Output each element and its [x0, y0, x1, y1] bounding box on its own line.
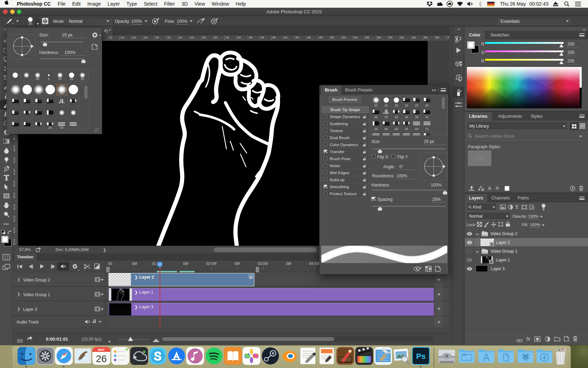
brush-preset-cell[interactable] — [33, 118, 44, 129]
color-foreground-swatch[interactable] — [467, 41, 475, 49]
lock-icon[interactable] — [363, 115, 366, 118]
menu-item-filter[interactable]: Filter — [161, 0, 178, 8]
dock-blender[interactable] — [280, 347, 298, 366]
option-checkbox[interactable] — [324, 157, 328, 161]
brush-preset-cell[interactable] — [33, 107, 44, 118]
clip-settings-button[interactable] — [249, 274, 253, 279]
channel-slider-g[interactable] — [485, 50, 564, 52]
lock-icon[interactable] — [363, 157, 366, 160]
lock-icon[interactable] — [363, 136, 366, 139]
lock-icon[interactable] — [363, 192, 366, 195]
flip-y-checkbox[interactable] — [391, 154, 396, 158]
menubar-clock[interactable]: 00:02:43 — [530, 1, 549, 7]
brush-tip-cell[interactable] — [371, 131, 381, 136]
dock-teamspeak[interactable] — [130, 347, 148, 366]
brush-tip-cell[interactable]: 36 — [412, 108, 422, 120]
horizontal-scrollbar[interactable] — [214, 247, 317, 252]
option-checkbox[interactable] — [324, 122, 328, 125]
tablet-opacity-icon[interactable] — [152, 18, 160, 26]
visibility-toggle[interactable] — [465, 238, 474, 247]
popup-gear-icon[interactable] — [92, 32, 98, 40]
filter-type-icon[interactable]: T — [515, 205, 518, 210]
layer-row-video-group-2[interactable]: Video Group 2 — [465, 229, 588, 238]
layer-thumbnail[interactable] — [481, 257, 493, 263]
brush-tip-cell[interactable]: 30 — [391, 96, 401, 108]
tab-brush-presets[interactable]: Brush Presets — [341, 86, 377, 94]
brush-preset-cell[interactable]: 63 — [32, 69, 43, 81]
group-expand-chevron[interactable] — [476, 250, 479, 253]
workspace-select[interactable]: Essentials — [498, 18, 571, 25]
brush-option-row[interactable]: Brush Pose — [322, 155, 369, 162]
brush-preset-cell[interactable] — [68, 84, 79, 95]
disclosure-chevron[interactable]: ❯ — [17, 277, 20, 282]
track-header-audio[interactable]: Audio Track — [13, 316, 105, 327]
tab-swatches[interactable]: Swatches — [486, 31, 513, 39]
channel-thumb-b[interactable] — [559, 61, 564, 64]
menu-item-3d[interactable]: 3D — [178, 0, 191, 8]
brush-tip-cell[interactable]: 32 — [422, 108, 432, 120]
hardness-slider[interactable] — [372, 190, 446, 191]
dock-steam[interactable] — [261, 347, 279, 366]
opacity-value[interactable]: 100% — [131, 19, 142, 25]
size-slider[interactable] — [372, 148, 446, 149]
track-header-video-group-1[interactable]: ❯ Video Group 1 — [13, 287, 105, 301]
tool-pen[interactable] — [0, 164, 13, 173]
share-icon[interactable] — [36, 247, 41, 253]
audio-speaker-icon[interactable] — [85, 320, 90, 325]
zoom-out-icon[interactable] — [107, 338, 112, 344]
opacity-value[interactable]: 100% — [528, 214, 538, 219]
tab-channels[interactable]: Channels — [487, 194, 514, 202]
panel-collapse-icon[interactable]: ▸▸ — [432, 88, 436, 92]
brush-option-row[interactable]: Smoothing — [322, 183, 369, 190]
panel-icon-clone-source[interactable] — [453, 73, 464, 83]
spotlight-icon[interactable] — [564, 0, 570, 8]
eject-icon[interactable] — [552, 0, 559, 8]
swap-colors-icon[interactable] — [7, 230, 12, 236]
brush-preset-cell[interactable] — [68, 107, 79, 118]
brush-tip-cell[interactable] — [391, 131, 401, 136]
brush-tip-cell[interactable]: 36 — [371, 108, 381, 120]
stock-search-field[interactable]: Search Adobe Stock — [467, 132, 583, 140]
roundness-value[interactable]: 100% — [397, 173, 407, 178]
dock-final-cut[interactable] — [355, 347, 373, 366]
visibility-toggle[interactable] — [465, 255, 474, 264]
brush-tip-cell[interactable]: 25 — [381, 108, 391, 120]
track-filmstrip-icon[interactable] — [95, 277, 100, 283]
option-checkbox[interactable] — [324, 129, 328, 132]
option-checkbox[interactable] — [324, 150, 328, 154]
brush-tip-cell[interactable]: 25 — [371, 120, 381, 131]
layer-thumbnail[interactable] — [476, 265, 488, 272]
lock-artboard-icon[interactable] — [498, 222, 503, 228]
wifi-icon[interactable] — [457, 0, 463, 8]
blend-mode-select[interactable]: Normal — [467, 213, 511, 220]
brush-preset-cell[interactable] — [56, 107, 68, 118]
brush-preset-cell[interactable] — [10, 69, 21, 81]
option-checkbox[interactable] — [324, 136, 328, 139]
dock-itunes[interactable] — [186, 347, 204, 366]
menu-item-help[interactable]: Help — [232, 0, 249, 8]
clip-chevron[interactable]: ❯ — [134, 305, 138, 309]
popup-scrollbar-thumb[interactable] — [84, 86, 88, 99]
brush-preset-cell[interactable] — [10, 84, 21, 95]
mode-select[interactable]: Normal — [66, 18, 111, 25]
clip-layer-2[interactable]: ❯ Layer 2 — [108, 273, 254, 286]
playhead-head[interactable] — [157, 261, 163, 268]
list-view-button[interactable] — [580, 123, 585, 130]
spacing-slider[interactable] — [372, 206, 446, 207]
tab-styles[interactable]: Styles — [526, 112, 547, 121]
brush-tip-cell[interactable]: 30 — [371, 96, 381, 108]
tool-rectangle[interactable] — [0, 191, 13, 200]
clip-chevron[interactable]: ❯ — [134, 275, 138, 280]
hardness-slider-thumb[interactable] — [81, 59, 86, 63]
quick-mask-icon[interactable] — [2, 254, 10, 262]
brush-picker-flyout[interactable] — [35, 16, 40, 26]
brush-preset-cell[interactable] — [44, 95, 56, 107]
notification-center-icon[interactable] — [575, 0, 581, 8]
dock-system-preferences[interactable] — [36, 347, 54, 366]
adjustment-layer-icon[interactable] — [545, 336, 550, 343]
option-checkbox[interactable] — [324, 171, 328, 175]
panel-icon-history[interactable] — [453, 34, 464, 45]
dock-mail[interactable] — [74, 347, 92, 366]
tab-adjustments[interactable]: Adjustments — [494, 112, 526, 121]
foreground-color-swatch[interactable] — [1, 236, 9, 243]
